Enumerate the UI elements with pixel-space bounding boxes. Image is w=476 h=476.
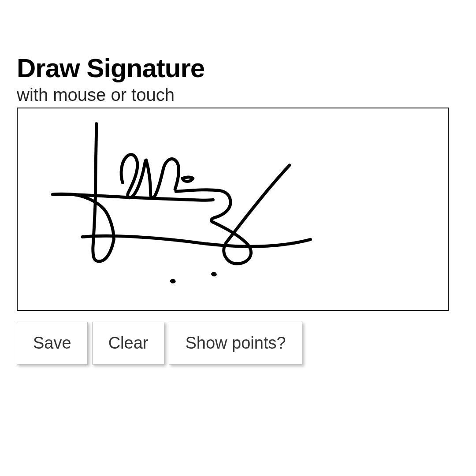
signature-drawing xyxy=(18,108,448,310)
clear-button[interactable]: Clear xyxy=(92,322,165,364)
page-title: Draw Signature xyxy=(17,53,459,83)
page-subtitle: with mouse or touch xyxy=(17,85,459,105)
show-points-button[interactable]: Show points? xyxy=(169,322,302,364)
save-button[interactable]: Save xyxy=(17,322,88,364)
button-row: Save Clear Show points? xyxy=(17,322,459,364)
signature-canvas[interactable] xyxy=(17,108,449,311)
